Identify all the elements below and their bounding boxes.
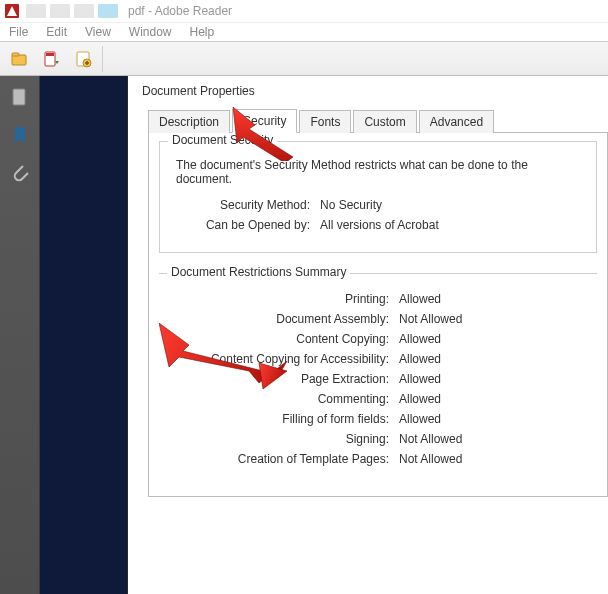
menu-view[interactable]: View <box>76 23 120 41</box>
menu-edit[interactable]: Edit <box>37 23 76 41</box>
document-restrictions-group: Document Restrictions Summary Printing: … <box>159 273 597 466</box>
toolbar-divider <box>102 46 103 72</box>
restriction-label: Document Assembly: <box>169 312 399 326</box>
panel-title: Document Properties <box>142 84 608 98</box>
opened-by-row: Can be Opened by: All versions of Acroba… <box>170 218 586 232</box>
restriction-row: Creation of Template Pages: Not Allowed <box>169 452 587 466</box>
svg-rect-8 <box>13 89 25 105</box>
restriction-row: Commenting: Allowed <box>169 392 587 406</box>
restriction-label: Printing: <box>169 292 399 306</box>
restriction-label: Page Extraction: <box>169 372 399 386</box>
menu-window[interactable]: Window <box>120 23 181 41</box>
restriction-value: Allowed <box>399 292 441 306</box>
tab-security[interactable]: Security <box>232 109 297 133</box>
restriction-value: Not Allowed <box>399 452 462 466</box>
restriction-row: Content Copying: Allowed <box>169 332 587 346</box>
create-pdf-button[interactable] <box>70 46 96 72</box>
tab-content: Document Security The document's Securit… <box>148 133 608 497</box>
restriction-row: Content Copying for Accessibility: Allow… <box>169 352 587 366</box>
document-area <box>40 76 128 594</box>
toolbar <box>0 42 608 76</box>
document-properties-panel: Document Properties Description Security… <box>128 76 608 594</box>
restriction-row: Signing: Not Allowed <box>169 432 587 446</box>
restriction-label: Creation of Template Pages: <box>169 452 399 466</box>
restriction-label: Signing: <box>169 432 399 446</box>
security-method-row: Security Method: No Security <box>170 198 586 212</box>
restriction-label: Filling of form fields: <box>169 412 399 426</box>
restriction-value: Allowed <box>399 332 441 346</box>
tab-fonts[interactable]: Fonts <box>299 110 351 133</box>
restriction-row: Page Extraction: Allowed <box>169 372 587 386</box>
svg-rect-5 <box>46 53 54 56</box>
bookmark-icon[interactable] <box>9 124 31 146</box>
menu-bar: File Edit View Window Help <box>0 22 608 42</box>
restriction-label: Content Copying for Accessibility: <box>169 352 399 366</box>
restriction-value: Not Allowed <box>399 312 462 326</box>
page-thumb <box>50 4 70 18</box>
attachment-icon[interactable] <box>9 162 31 184</box>
restriction-row: Printing: Allowed <box>169 292 587 306</box>
left-sidebar <box>0 76 40 594</box>
title-bar: pdf - Adobe Reader <box>0 0 608 22</box>
tab-advanced[interactable]: Advanced <box>419 110 494 133</box>
tabs-row: Description Security Fonts Custom Advanc… <box>148 108 608 133</box>
group-title: Document Security <box>168 133 277 147</box>
page-thumbnails-icon[interactable] <box>9 86 31 108</box>
restriction-row: Document Assembly: Not Allowed <box>169 312 587 326</box>
tab-description[interactable]: Description <box>148 110 230 133</box>
page-thumb <box>26 4 46 18</box>
restriction-value: Not Allowed <box>399 432 462 446</box>
export-pdf-button[interactable] <box>38 46 64 72</box>
restriction-value: Allowed <box>399 412 441 426</box>
restriction-label: Content Copying: <box>169 332 399 346</box>
tab-custom[interactable]: Custom <box>353 110 416 133</box>
menu-file[interactable]: File <box>0 23 37 41</box>
group-title: Document Restrictions Summary <box>167 265 350 279</box>
restriction-row: Filling of form fields: Allowed <box>169 412 587 426</box>
restriction-label: Commenting: <box>169 392 399 406</box>
opened-by-value: All versions of Acrobat <box>320 218 439 232</box>
window-title: pdf - Adobe Reader <box>128 4 232 18</box>
svg-rect-3 <box>12 53 19 56</box>
opened-by-label: Can be Opened by: <box>170 218 320 232</box>
adobe-reader-icon <box>4 3 20 19</box>
security-method-label: Security Method: <box>170 198 320 212</box>
restriction-value: Allowed <box>399 372 441 386</box>
open-file-button[interactable] <box>6 46 32 72</box>
menu-help[interactable]: Help <box>181 23 224 41</box>
restriction-value: Allowed <box>399 352 441 366</box>
page-thumb <box>98 4 118 18</box>
security-method-value: No Security <box>320 198 382 212</box>
document-security-group: Document Security The document's Securit… <box>159 141 597 253</box>
page-thumb <box>74 4 94 18</box>
restriction-value: Allowed <box>399 392 441 406</box>
security-description: The document's Security Method restricts… <box>176 158 586 186</box>
